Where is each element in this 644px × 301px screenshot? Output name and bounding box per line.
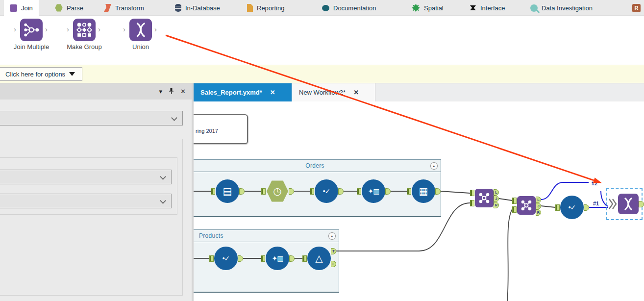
join-tool-1-output-anchor-J[interactable]: J: [494, 196, 499, 202]
data-cleansing-tool-2-input-anchor[interactable]: [261, 255, 265, 262]
config-dropdown-1[interactable]: [0, 111, 183, 125]
input-data-tool[interactable]: ▤: [216, 179, 239, 203]
tab-close-icon[interactable]: ✕: [270, 89, 275, 96]
connection-black[interactable]: [441, 191, 470, 193]
join-tool-2-output-anchor-J[interactable]: J: [536, 203, 541, 209]
options-button-label: Click here for options: [5, 71, 65, 78]
category-tab-doc[interactable]: Documentation: [316, 0, 382, 16]
tab-close-icon[interactable]: ✕: [353, 89, 359, 96]
category-tab-transform[interactable]: Transform: [98, 0, 150, 16]
join-tool-2-input-anchor[interactable]: [512, 198, 517, 204]
data-check-tool-3-input-anchor[interactable]: [555, 204, 560, 211]
connection-black[interactable]: [541, 206, 555, 207]
config-dropdown-2[interactable]: [0, 170, 172, 184]
data-cleansing-tool-1-input-anchor[interactable]: [357, 188, 361, 195]
join-multiple-icon: [20, 19, 43, 41]
connection-black[interactable]: [499, 199, 512, 201]
data-check-tool-2-output-anchor[interactable]: [238, 255, 243, 262]
document-tab-1[interactable]: Sales_Report.yxmd*✕: [194, 83, 292, 101]
filter-tool-glyph: △: [315, 253, 322, 263]
data-check-tool-1-output-anchor[interactable]: [338, 188, 344, 195]
join-tool-1-output-anchor-L[interactable]: L: [494, 189, 499, 196]
panel-menu-icon[interactable]: ▾: [159, 88, 163, 96]
browse-table-tool[interactable]: ▦: [412, 179, 435, 203]
union-tool-output-anchor[interactable]: [639, 201, 644, 207]
browse-table-tool-output-anchor[interactable]: [435, 188, 441, 195]
filter-tool-output-anchor-T[interactable]: T: [331, 248, 336, 254]
data-check-tool-3-output-anchor[interactable]: [584, 204, 589, 211]
datetime-tool-glyph: ◷: [273, 186, 281, 196]
connection-order-label: #1: [593, 201, 599, 206]
data-check-tool-2-glyph: •✓: [223, 255, 230, 262]
join-tool-2-output-anchor-R[interactable]: R: [536, 209, 541, 216]
join-icon: [10, 4, 17, 12]
data-cleansing-tool-1[interactable]: ✦▥: [362, 179, 385, 203]
chevron-right-icon: ›: [123, 25, 125, 33]
datetime-tool-output-anchor[interactable]: [289, 188, 294, 195]
connection-black[interactable]: [336, 203, 470, 251]
filter-tool[interactable]: △: [307, 247, 331, 270]
doc-icon: [322, 5, 329, 11]
category-tab-predictive[interactable]: RPredictive: [626, 0, 644, 16]
join-tool-1-output-anchor-R[interactable]: R: [494, 202, 499, 208]
data-check-tool-2-input-anchor[interactable]: [209, 255, 214, 262]
data-check-tool-3[interactable]: •✓: [560, 196, 584, 219]
chevron-right-icon: ›: [14, 25, 16, 33]
workflow-options-band: Click here for options: [0, 65, 644, 83]
join-tool-1-input-anchor[interactable]: [470, 200, 474, 206]
category-tab-datainv[interactable]: Data Investigation: [524, 0, 598, 16]
workflow-canvas[interactable]: ring 2017 Orders▴Products▴▤◷•✓✦▥▦•✓✦▥△TF…: [194, 101, 644, 301]
data-check-tool-1-glyph: •✓: [323, 188, 330, 195]
category-tab-label: Transform: [115, 4, 144, 12]
chevron-right-icon: ›: [45, 25, 48, 33]
browse-table-tool-input-anchor[interactable]: [407, 188, 411, 195]
join-tool-2-input-anchor[interactable]: [512, 206, 517, 213]
category-tab-label: In-Database: [185, 4, 220, 12]
join-tool-1-input-anchor[interactable]: [470, 190, 474, 196]
category-tab-label: Join: [21, 4, 33, 12]
datetime-tool-input-anchor[interactable]: [261, 188, 266, 195]
join-tool-2[interactable]: [517, 196, 536, 215]
join-tool-2-output-anchor-L[interactable]: L: [536, 197, 541, 203]
data-cleansing-tool-1-output-anchor[interactable]: [385, 188, 391, 195]
data-check-tool-1[interactable]: •✓: [315, 179, 338, 203]
palette-tool-label: Make Group: [55, 43, 114, 50]
connection-blue[interactable]: [541, 182, 589, 200]
connection-order-label: #2: [591, 180, 598, 186]
connection-black[interactable]: [507, 209, 512, 301]
pin-icon[interactable]: [168, 87, 174, 96]
category-tab-label: Reporting: [257, 4, 284, 12]
make-group-icon: [73, 19, 96, 41]
palette-tool-join-multiple[interactable]: Join Multiple: [2, 19, 61, 50]
category-tab-indb[interactable]: In-Database: [169, 0, 226, 16]
document-tab-2[interactable]: New Workflow2*✕: [292, 83, 375, 101]
category-tab-spatial[interactable]: Spatial: [406, 0, 449, 16]
filter-tool-output-anchor-F[interactable]: F: [331, 261, 336, 267]
category-tab-reporting[interactable]: Reporting: [241, 0, 290, 16]
palette-tool-make-group[interactable]: Make Group: [55, 19, 114, 50]
category-tab-parse[interactable]: Parse: [49, 0, 89, 16]
input-data-tool-input-anchor[interactable]: [211, 188, 215, 195]
category-tab-interface[interactable]: Interface: [464, 0, 511, 16]
palette-tool-union[interactable]: Union: [111, 19, 170, 50]
tool-palette: Join Multiple››Make Group››Union››: [0, 16, 644, 65]
close-icon[interactable]: ✕: [180, 88, 186, 96]
config-dropdown-3[interactable]: [0, 194, 172, 208]
input-data-tool-output-anchor[interactable]: [239, 188, 245, 195]
data-check-tool-1-input-anchor[interactable]: [310, 188, 314, 195]
category-tab-join[interactable]: Join: [4, 0, 39, 16]
data-cleansing-tool-2[interactable]: ✦▥: [266, 247, 289, 270]
data-cleansing-tool-2-output-anchor[interactable]: [289, 255, 295, 262]
document-area: Sales_Report.yxmd*✕New Workflow2*✕ ring …: [194, 83, 644, 301]
options-button[interactable]: Click here for options: [0, 67, 82, 81]
data-check-tool-3-glyph: •✓: [569, 204, 576, 211]
union-icon: [129, 19, 152, 41]
data-check-tool-2[interactable]: •✓: [214, 247, 238, 270]
join-tool-1[interactable]: [475, 189, 494, 207]
configuration-panel: ▾ ✕: [0, 83, 192, 301]
filter-tool-input-anchor[interactable]: [302, 255, 307, 262]
palette-tool-label: Join Multiple: [2, 43, 61, 50]
union-tool[interactable]: [618, 194, 639, 214]
parse-icon: [55, 4, 63, 12]
union-tool-multi-input-anchor[interactable]: [608, 197, 618, 213]
